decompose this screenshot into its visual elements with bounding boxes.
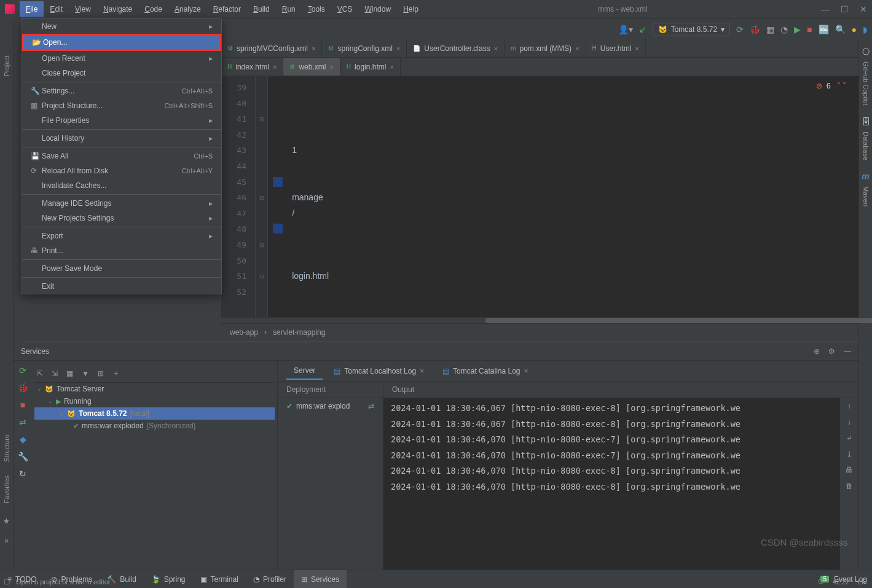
stop-icon[interactable]: ■ [20,400,25,410]
more-icon[interactable]: » [4,536,9,545]
collapse-icon[interactable]: ⇲ [52,369,58,378]
coverage-icon[interactable]: ▦ [766,25,774,34]
menu-item-save-all[interactable]: 💾Save AllCtrl+S [22,149,221,163]
breadcrumb-item[interactable]: servlet-mapping [273,328,325,337]
run-icon[interactable]: ⟳ [736,25,744,34]
output-console[interactable]: 2024-01-01 18:30:46,067 [http-nio-8080-e… [383,398,840,570]
wrench-icon[interactable]: 🔧 [18,452,28,461]
tree-node[interactable]: ⌄🐱Tomcat Server [34,383,275,395]
print-icon[interactable]: 🖶 [846,466,853,474]
service-tab[interactable]: ▤ Tomcat Catalina Log × [435,363,535,379]
menu-navigate[interactable]: Navigate [97,1,138,17]
menu-item-file-properties[interactable]: File Properties▸ [22,113,221,128]
copilot-tool-button[interactable]: GitHub Copilot [862,61,870,106]
menu-tools[interactable]: Tools [302,1,331,17]
diamond-icon[interactable]: ◆ [20,434,26,444]
service-tab[interactable]: Server [286,363,323,380]
menu-item-reload-all-from-disk[interactable]: ⟳Reload All from DiskCtrl+Alt+Y [22,163,221,178]
maven-tool-button[interactable]: Maven [862,186,870,206]
tab-login-html[interactable]: Hlogin.html× [340,58,401,76]
down-icon[interactable]: ↓ [847,418,851,426]
menu-item-exit[interactable]: Exit [22,279,221,294]
menu-item-export[interactable]: Export▸ [22,229,221,243]
menu-item-close-project[interactable]: Close Project [22,66,221,80]
wrap-icon[interactable]: ⤶ [846,434,852,442]
favorites-tool-button[interactable]: Favorites [3,476,10,503]
service-tab[interactable]: ▤ Tomcat Localhost Log × [326,363,431,379]
filter-icon[interactable]: ▼ [82,369,89,378]
menu-refactor[interactable]: Refactor [207,1,247,17]
sync-icon[interactable]: ⇄ [368,402,374,410]
menu-vcs[interactable]: VCS [331,1,359,17]
error-indicator[interactable]: ⊘ 6 ˄ ˅ [816,79,846,95]
bottom-tab-services[interactable]: ⊞Services [294,570,347,588]
scroll-end-icon[interactable]: ⤓ [846,450,852,458]
group-icon[interactable]: ▦ [66,369,73,378]
run-config-selector[interactable]: 🐱 Tomcat 8.5.72 ▾ [653,23,730,36]
menu-help[interactable]: Help [397,1,425,17]
structure-tool-button[interactable]: Structure [3,434,10,462]
menu-run[interactable]: Run [276,1,302,17]
tab-springmvcconfig-xml[interactable]: ⚙springMVCConfig.xml× [221,39,322,57]
deploy-icon[interactable]: ⇄ [19,417,26,427]
deployment-item[interactable]: ✔ mms:war explod ⇄ [278,398,383,414]
menu-item-settings-[interactable]: 🔧Settings...Ctrl+Alt+S [22,84,221,98]
translate-icon[interactable]: 🔤 [819,25,829,34]
menu-file[interactable]: File [20,1,44,17]
bug-icon[interactable]: 🐞 [18,383,28,393]
menu-code[interactable]: Code [138,1,168,17]
add-icon[interactable]: ＋ [112,368,120,378]
menu-view[interactable]: View [69,1,97,17]
status-icon[interactable]: ▢ [4,578,10,586]
trash-icon[interactable]: 🗑 [846,482,853,490]
close-button[interactable]: ✕ [860,4,867,14]
database-icon[interactable]: 🗄 [862,117,870,127]
tree-node[interactable]: ⌄🐱Tomcat 8.5.72 [local] [34,407,275,420]
maximize-button[interactable]: ☐ [841,4,849,14]
menu-item-invalidate-caches-[interactable]: Invalidate Caches... [22,178,221,193]
menu-item-new[interactable]: New▸ [22,19,221,34]
menu-item-open-recent[interactable]: Open Recent▸ [22,51,221,66]
tab-pom-xml-mms-[interactable]: mpom.xml (MMS)× [505,39,586,57]
menu-item-manage-ide-settings[interactable]: Manage IDE Settings▸ [22,196,221,211]
bottom-tab-spring[interactable]: 🍃Spring [144,570,193,588]
target-icon[interactable]: ⊕ [814,347,820,356]
github-icon[interactable]: ⎔ [862,47,870,57]
database-tool-button[interactable]: Database [862,131,870,160]
user-icon[interactable]: 👤▾ [618,25,633,34]
code-area[interactable]: ⊘ 6 ˄ ˅ 1 manage / login.html ⊘ 6 ˄ ˅ [268,76,858,317]
up-icon[interactable]: ↑ [847,402,851,410]
profile-icon[interactable]: ◔ [780,25,788,34]
tab-index-html[interactable]: Hindex.html× [221,58,283,76]
menu-window[interactable]: Window [358,1,397,17]
stop-icon[interactable]: ■ [807,25,812,34]
tab-springconfig-xml[interactable]: ⚙springConfig.xml× [322,39,407,57]
gear-icon[interactable]: ⚙ [828,347,835,356]
menu-edit[interactable]: Edit [44,1,69,17]
debug-icon[interactable]: 🐞 [750,25,760,34]
editor-h-scrollbar[interactable] [221,317,858,323]
menu-item-power-save-mode[interactable]: Power Save Mode [22,261,221,276]
rerun-icon[interactable]: ⟳ [19,366,26,375]
ide-update-icon[interactable]: ● [852,25,857,34]
breadcrumb-item[interactable]: web-app [230,328,258,337]
project-tool-button[interactable]: Project [3,55,10,76]
copilot-status-icon[interactable]: ⎔ [818,578,824,586]
menu-item-print-[interactable]: 🖶Print... [22,243,221,258]
tab-usercontroller-class[interactable]: 📄UserController.class× [407,39,505,57]
tab-user-html[interactable]: HUser.html× [586,39,646,57]
line-separator[interactable]: LF [858,578,866,586]
tree-node[interactable]: ✔mms:war exploded [Synchronized] [34,420,275,432]
copilot-icon[interactable]: ◗ [863,25,867,34]
layout-icon[interactable]: ⊞ [98,369,104,378]
maven-icon[interactable]: m [862,171,869,181]
tab-web-xml[interactable]: ⚙web.xml× [283,58,340,76]
play-icon[interactable]: ▶ [794,25,801,34]
vcs-update-icon[interactable]: ↙ [639,25,646,34]
menu-analyze[interactable]: Analyze [168,1,207,17]
menu-item-project-structure-[interactable]: ▦Project Structure...Ctrl+Alt+Shift+S [22,98,221,113]
minimize-button[interactable]: — [821,4,830,14]
menu-item-open-[interactable]: 📂Open... [22,34,221,51]
menu-build[interactable]: Build [247,1,276,17]
hide-icon[interactable]: — [844,347,851,356]
